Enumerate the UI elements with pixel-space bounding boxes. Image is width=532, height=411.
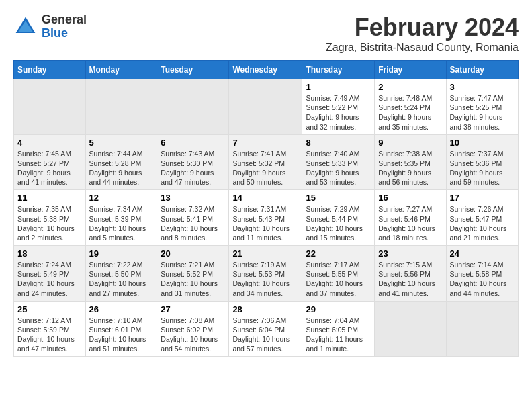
day-number: 28 <box>232 304 298 314</box>
day-info: Sunrise: 7:22 AM Sunset: 5:50 PM Dayligh… <box>89 260 154 298</box>
calendar-table: SundayMondayTuesdayWednesdayThursdayFrid… <box>13 60 519 357</box>
calendar-cell: 16Sunrise: 7:27 AM Sunset: 5:46 PM Dayli… <box>375 190 446 246</box>
day-header-friday: Friday <box>375 61 446 79</box>
day-number: 9 <box>378 138 442 148</box>
day-number: 2 <box>378 82 442 92</box>
calendar-cell: 4Sunrise: 7:45 AM Sunset: 5:27 PM Daylig… <box>14 134 86 190</box>
day-header-monday: Monday <box>85 61 157 79</box>
calendar-cell <box>229 79 302 135</box>
calendar-cell: 3Sunrise: 7:47 AM Sunset: 5:25 PM Daylig… <box>446 79 519 135</box>
day-info: Sunrise: 7:21 AM Sunset: 5:52 PM Dayligh… <box>161 260 225 298</box>
day-number: 19 <box>89 248 154 259</box>
day-info: Sunrise: 7:44 AM Sunset: 5:28 PM Dayligh… <box>89 149 154 187</box>
calendar-cell: 22Sunrise: 7:17 AM Sunset: 5:55 PM Dayli… <box>302 246 375 302</box>
day-header-tuesday: Tuesday <box>157 61 229 79</box>
title-block: February 2024 Zagra, Bistrita-Nasaud Cou… <box>326 13 519 54</box>
logo-text: General Blue <box>42 13 87 40</box>
day-info: Sunrise: 7:08 AM Sunset: 6:02 PM Dayligh… <box>161 316 225 354</box>
day-info: Sunrise: 7:15 AM Sunset: 5:56 PM Dayligh… <box>378 260 442 298</box>
calendar-cell: 26Sunrise: 7:10 AM Sunset: 6:01 PM Dayli… <box>85 301 157 357</box>
day-number: 8 <box>306 138 371 148</box>
day-header-saturday: Saturday <box>446 61 519 79</box>
calendar-cell: 9Sunrise: 7:38 AM Sunset: 5:35 PM Daylig… <box>375 134 446 190</box>
day-number: 13 <box>161 193 225 203</box>
day-number: 26 <box>89 304 154 314</box>
week-row-3: 11Sunrise: 7:35 AM Sunset: 5:38 PM Dayli… <box>14 190 519 246</box>
day-number: 24 <box>450 248 515 259</box>
day-info: Sunrise: 7:49 AM Sunset: 5:22 PM Dayligh… <box>306 93 371 132</box>
day-header-sunday: Sunday <box>14 61 86 79</box>
day-info: Sunrise: 7:35 AM Sunset: 5:38 PM Dayligh… <box>17 204 82 242</box>
days-header-row: SundayMondayTuesdayWednesdayThursdayFrid… <box>14 61 519 79</box>
calendar-cell: 5Sunrise: 7:44 AM Sunset: 5:28 PM Daylig… <box>85 134 157 190</box>
calendar-cell: 29Sunrise: 7:04 AM Sunset: 6:05 PM Dayli… <box>302 301 375 357</box>
day-info: Sunrise: 7:40 AM Sunset: 5:33 PM Dayligh… <box>306 149 371 187</box>
calendar-cell <box>375 301 446 357</box>
day-info: Sunrise: 7:24 AM Sunset: 5:49 PM Dayligh… <box>17 260 82 298</box>
calendar-cell: 13Sunrise: 7:32 AM Sunset: 5:41 PM Dayli… <box>157 190 229 246</box>
day-number: 10 <box>450 138 515 148</box>
day-number: 27 <box>161 304 225 314</box>
calendar-cell <box>446 301 519 357</box>
day-number: 14 <box>232 193 298 203</box>
day-info: Sunrise: 7:06 AM Sunset: 6:04 PM Dayligh… <box>232 316 298 354</box>
page-header: General Blue February 2024 Zagra, Bistri… <box>13 13 519 54</box>
calendar-cell: 28Sunrise: 7:06 AM Sunset: 6:04 PM Dayli… <box>229 301 302 357</box>
calendar-cell: 7Sunrise: 7:41 AM Sunset: 5:32 PM Daylig… <box>229 134 302 190</box>
day-number: 4 <box>17 138 82 148</box>
day-info: Sunrise: 7:19 AM Sunset: 5:53 PM Dayligh… <box>232 260 298 298</box>
calendar-cell: 6Sunrise: 7:43 AM Sunset: 5:30 PM Daylig… <box>157 134 229 190</box>
calendar-cell: 14Sunrise: 7:31 AM Sunset: 5:43 PM Dayli… <box>229 190 302 246</box>
week-row-2: 4Sunrise: 7:45 AM Sunset: 5:27 PM Daylig… <box>14 134 519 190</box>
day-info: Sunrise: 7:29 AM Sunset: 5:44 PM Dayligh… <box>306 204 371 242</box>
calendar-cell: 1Sunrise: 7:49 AM Sunset: 5:22 PM Daylig… <box>302 79 375 135</box>
day-info: Sunrise: 7:14 AM Sunset: 5:58 PM Dayligh… <box>450 260 515 298</box>
calendar-cell: 2Sunrise: 7:48 AM Sunset: 5:24 PM Daylig… <box>375 79 446 135</box>
day-info: Sunrise: 7:04 AM Sunset: 6:05 PM Dayligh… <box>306 316 371 354</box>
day-info: Sunrise: 7:27 AM Sunset: 5:46 PM Dayligh… <box>378 204 442 242</box>
calendar-cell: 20Sunrise: 7:21 AM Sunset: 5:52 PM Dayli… <box>157 246 229 302</box>
day-info: Sunrise: 7:31 AM Sunset: 5:43 PM Dayligh… <box>232 204 298 242</box>
day-info: Sunrise: 7:34 AM Sunset: 5:39 PM Dayligh… <box>89 204 154 242</box>
day-header-wednesday: Wednesday <box>229 61 302 79</box>
day-info: Sunrise: 7:10 AM Sunset: 6:01 PM Dayligh… <box>89 316 154 354</box>
logo-blue-text: Blue <box>42 27 87 40</box>
day-info: Sunrise: 7:38 AM Sunset: 5:35 PM Dayligh… <box>378 149 442 187</box>
day-number: 16 <box>378 193 442 203</box>
day-number: 23 <box>378 248 442 259</box>
day-info: Sunrise: 7:48 AM Sunset: 5:24 PM Dayligh… <box>378 93 442 132</box>
calendar-cell: 12Sunrise: 7:34 AM Sunset: 5:39 PM Dayli… <box>85 190 157 246</box>
day-number: 20 <box>161 248 225 259</box>
logo-general-text: General <box>42 13 87 27</box>
calendar-cell <box>14 79 86 135</box>
calendar-cell: 17Sunrise: 7:26 AM Sunset: 5:47 PM Dayli… <box>446 190 519 246</box>
day-info: Sunrise: 7:45 AM Sunset: 5:27 PM Dayligh… <box>17 149 82 187</box>
day-info: Sunrise: 7:32 AM Sunset: 5:41 PM Dayligh… <box>161 204 225 242</box>
day-number: 17 <box>450 193 515 203</box>
sub-title: Zagra, Bistrita-Nasaud County, Romania <box>326 42 519 54</box>
calendar-cell: 21Sunrise: 7:19 AM Sunset: 5:53 PM Dayli… <box>229 246 302 302</box>
day-number: 22 <box>306 248 371 259</box>
calendar-cell: 27Sunrise: 7:08 AM Sunset: 6:02 PM Dayli… <box>157 301 229 357</box>
calendar-cell: 24Sunrise: 7:14 AM Sunset: 5:58 PM Dayli… <box>446 246 519 302</box>
day-info: Sunrise: 7:43 AM Sunset: 5:30 PM Dayligh… <box>161 149 225 187</box>
main-title: February 2024 <box>326 13 519 42</box>
calendar-cell: 19Sunrise: 7:22 AM Sunset: 5:50 PM Dayli… <box>85 246 157 302</box>
day-number: 21 <box>232 248 298 259</box>
day-number: 29 <box>306 304 371 314</box>
day-number: 15 <box>306 193 371 203</box>
calendar-cell <box>85 79 157 135</box>
day-info: Sunrise: 7:47 AM Sunset: 5:25 PM Dayligh… <box>450 93 515 132</box>
calendar-cell: 8Sunrise: 7:40 AM Sunset: 5:33 PM Daylig… <box>302 134 375 190</box>
day-info: Sunrise: 7:17 AM Sunset: 5:55 PM Dayligh… <box>306 260 371 298</box>
day-number: 3 <box>450 82 515 92</box>
calendar-cell <box>157 79 229 135</box>
day-number: 5 <box>89 138 154 148</box>
calendar-cell: 18Sunrise: 7:24 AM Sunset: 5:49 PM Dayli… <box>14 246 86 302</box>
week-row-1: 1Sunrise: 7:49 AM Sunset: 5:22 PM Daylig… <box>14 79 519 135</box>
calendar-cell: 10Sunrise: 7:37 AM Sunset: 5:36 PM Dayli… <box>446 134 519 190</box>
day-number: 11 <box>17 193 82 203</box>
day-number: 1 <box>306 82 371 92</box>
week-row-4: 18Sunrise: 7:24 AM Sunset: 5:49 PM Dayli… <box>14 246 519 302</box>
day-header-thursday: Thursday <box>302 61 375 79</box>
